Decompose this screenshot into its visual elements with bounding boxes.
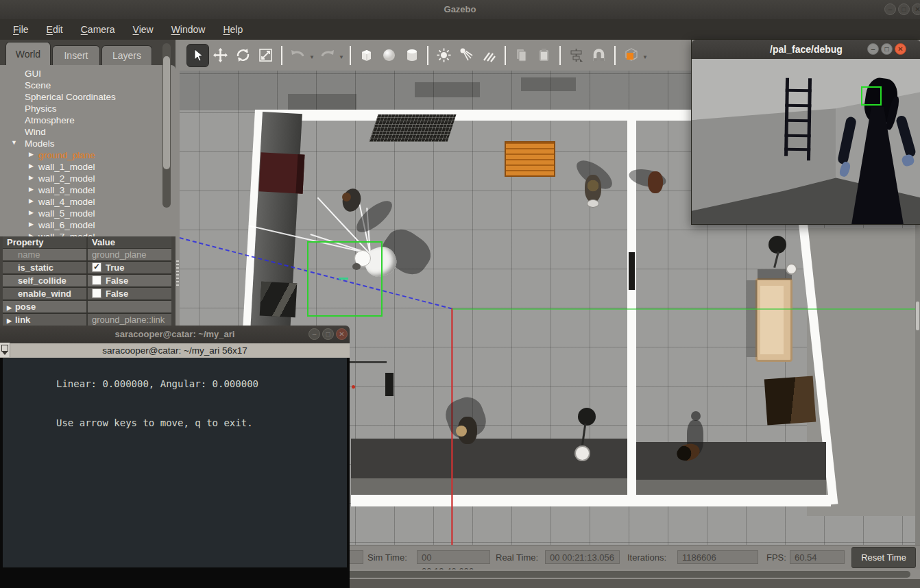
menu-view[interactable]: View <box>125 22 161 37</box>
close-icon[interactable]: ✕ <box>895 43 906 55</box>
window-titlebar[interactable]: Gazebo – □ ✕ <box>0 0 920 20</box>
select-tool-button[interactable] <box>186 44 209 67</box>
directional-light-tool-button[interactable] <box>478 44 500 67</box>
corridor-lamp-globe[interactable] <box>574 445 590 461</box>
corridor-lamp-shade[interactable] <box>578 408 596 426</box>
expand-icon[interactable]: ▶ <box>29 186 34 193</box>
redo-tool-button[interactable] <box>316 44 339 67</box>
property-row-link[interactable]: ▶linkground_plane::link <box>3 314 171 326</box>
person[interactable] <box>585 175 601 202</box>
expand-icon[interactable]: ▶ <box>29 209 34 216</box>
floor-lamp-globe[interactable] <box>786 263 797 275</box>
property-row-enable_wind[interactable]: enable_windFalse <box>3 288 171 299</box>
spot-light-tool-button[interactable] <box>455 44 478 67</box>
keyboard-indicator-icon[interactable] <box>0 343 10 357</box>
sphere-tool-button[interactable] <box>378 44 400 67</box>
menu-file[interactable]: File <box>5 22 36 37</box>
minimize-icon[interactable]: – <box>308 328 320 340</box>
translate-tool-button[interactable] <box>209 44 232 67</box>
tree-item-models[interactable]: ▼Models <box>0 138 175 150</box>
minimize-icon[interactable]: – <box>867 43 879 55</box>
view-angle-tool-button[interactable] <box>620 44 642 67</box>
property-row-pose[interactable]: ▶pose <box>3 301 171 313</box>
align-tool-button[interactable] <box>565 44 588 67</box>
tree-item-wall-5-model[interactable]: ▶wall_5_model <box>0 208 175 220</box>
dropdown-caret-icon[interactable]: ▼ <box>309 44 316 67</box>
world-tree[interactable]: GUISceneSpherical CoordinatesPhysicsAtmo… <box>0 65 175 236</box>
tab-world[interactable]: World <box>5 42 51 65</box>
tree-item-ground-plane[interactable]: ▶ground_plane <box>0 150 175 162</box>
tab-insert[interactable]: Insert <box>52 45 100 65</box>
checkbox-enable_wind[interactable] <box>92 289 101 298</box>
expand-icon[interactable]: ▶ <box>7 317 12 324</box>
maximize-icon[interactable]: □ <box>881 43 893 55</box>
dropdown-caret-icon[interactable]: ▼ <box>339 44 346 67</box>
maximize-icon[interactable]: □ <box>322 328 334 340</box>
cylinder-tool-button[interactable] <box>400 44 423 67</box>
wall-picture[interactable] <box>260 282 298 318</box>
box-tool-button[interactable] <box>355 44 378 67</box>
property-row-is_static[interactable]: is_staticTrue <box>3 262 171 273</box>
expand-icon[interactable]: ▶ <box>29 174 34 181</box>
ceiling-grate[interactable] <box>370 114 457 142</box>
tree-item-wind[interactable]: Wind <box>0 127 175 138</box>
menu-help[interactable]: Help <box>215 22 250 37</box>
expand-icon[interactable]: ▶ <box>7 304 12 311</box>
pal-face-debug-window: /pal_face/debug – □ ✕ <box>691 39 920 225</box>
property-row-name[interactable]: nameground_plane <box>3 249 171 260</box>
roof-shadow <box>521 77 576 91</box>
terminal-screen[interactable]: Linear: 0.000000, Angular: 0.000000 Use … <box>3 358 347 567</box>
bench[interactable] <box>505 141 555 177</box>
bookshelf[interactable] <box>259 152 305 193</box>
property-row-self_collide[interactable]: self_collideFalse <box>3 275 171 286</box>
desk[interactable] <box>347 361 387 411</box>
checkbox-is_static[interactable] <box>92 262 101 272</box>
expand-icon[interactable]: ▶ <box>29 162 34 169</box>
tree-item-wall-3-model[interactable]: ▶wall_3_model <box>0 185 175 197</box>
checkbox-self_collide[interactable] <box>92 275 101 285</box>
viewport-scrollbar-thumb[interactable] <box>916 302 919 330</box>
tree-item-atmosphere[interactable]: Atmosphere <box>0 115 175 127</box>
tree-item-gui[interactable]: GUI <box>0 69 175 80</box>
tree-scrollbar-thumb[interactable] <box>163 56 170 169</box>
tree-item-wall-2-model[interactable]: ▶wall_2_model <box>0 173 175 185</box>
copy-tool-button[interactable] <box>510 44 533 67</box>
point-light-tool-button[interactable] <box>433 44 455 67</box>
minimize-icon[interactable]: – <box>884 3 896 15</box>
couch[interactable] <box>755 278 792 362</box>
tree-item-wall-6-model[interactable]: ▶wall_6_model <box>0 220 175 232</box>
scale-tool-button[interactable] <box>254 44 277 67</box>
close-icon[interactable]: ✕ <box>336 328 348 340</box>
menu-window[interactable]: Window <box>164 22 213 37</box>
debug-window-titlebar[interactable]: /pal_face/debug – □ ✕ <box>692 40 920 59</box>
cabinet[interactable] <box>764 376 816 426</box>
undo-tool-button[interactable] <box>287 44 309 67</box>
maximize-icon[interactable]: □ <box>898 3 910 15</box>
tree-item-wall-1-model[interactable]: ▶wall_1_model <box>0 162 175 173</box>
desk-indicator-light <box>352 385 355 389</box>
paste-tool-button[interactable] <box>533 44 555 67</box>
splitter-grip-icon[interactable] <box>176 260 179 288</box>
collapse-icon[interactable]: ▼ <box>11 139 17 146</box>
expand-icon[interactable]: ▶ <box>29 197 34 204</box>
tree-item-wall-4-model[interactable]: ▶wall_4_model <box>0 197 175 208</box>
reset-time-button[interactable]: Reset Time <box>851 547 916 568</box>
wall-bottom[interactable] <box>351 495 831 506</box>
close-icon[interactable]: ✕ <box>912 3 920 15</box>
expand-icon[interactable]: ▶ <box>29 221 34 228</box>
tree-item-physics[interactable]: Physics <box>0 103 175 115</box>
dropdown-caret-icon[interactable]: ▼ <box>642 44 649 67</box>
rotate-tool-button[interactable] <box>232 44 254 67</box>
menu-edit[interactable]: Edit <box>39 22 71 37</box>
tree-item-wall-7-model[interactable]: ▶wall_7_model <box>0 232 175 236</box>
door-middle-wall[interactable] <box>629 252 635 290</box>
tab-layers[interactable]: Layers <box>101 45 152 65</box>
snap-tool-button[interactable] <box>588 44 610 67</box>
person[interactable] <box>648 171 663 193</box>
menu-camera[interactable]: Camera <box>73 22 123 37</box>
tree-item-spherical-coordinates[interactable]: Spherical Coordinates <box>0 92 175 103</box>
toolbar-separator <box>350 46 351 65</box>
tree-item-scene[interactable]: Scene <box>0 80 175 92</box>
expand-icon[interactable]: ▶ <box>29 151 34 158</box>
terminal-titlebar[interactable]: saracooper@catar: ~/my_ari – □ ✕ <box>0 326 350 344</box>
